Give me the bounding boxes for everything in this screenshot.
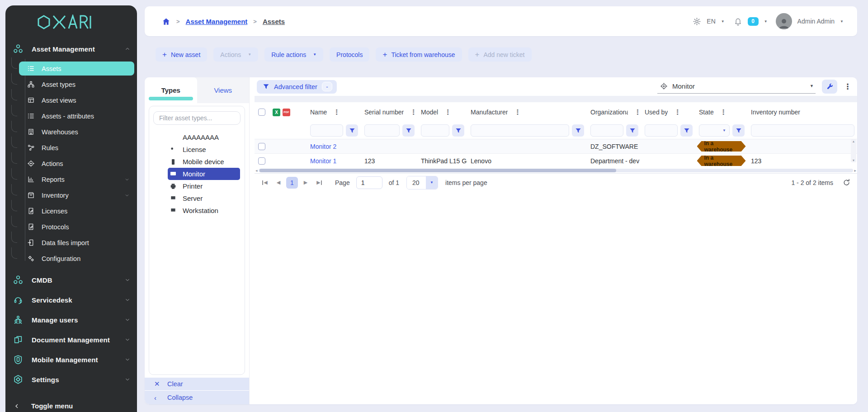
tab-types[interactable]: Types (145, 77, 197, 103)
chevron-down-icon[interactable] (124, 277, 131, 283)
sidebar-item-reports[interactable]: Reports (19, 172, 134, 186)
chevron-down-icon[interactable] (124, 177, 130, 182)
export-pdf-icon[interactable]: PDF (283, 109, 290, 116)
column-header-used-by[interactable]: Used by⋮ (641, 108, 695, 116)
advanced-filter-button[interactable]: Advanced filter - (257, 80, 337, 94)
model-filter-button[interactable] (452, 124, 464, 137)
sidebar-item-data-files-import[interactable]: Data files import (19, 236, 134, 250)
tree-item-aaaaaaaa[interactable]: AAAAAAAA (168, 131, 240, 143)
chevron-up-icon[interactable] (124, 46, 131, 52)
horizontal-scrollbar[interactable]: ◂ ▸ (255, 168, 857, 173)
column-menu-icon[interactable]: ⋮ (514, 108, 521, 116)
column-header-inventory-number[interactable]: Inventory number (747, 109, 857, 116)
state-filter-button[interactable] (732, 124, 745, 137)
row-checkbox[interactable] (258, 143, 265, 150)
org-filter-input[interactable] (590, 124, 623, 137)
sidebar-item-settings[interactable]: Settings (5, 369, 137, 389)
name-filter-input[interactable] (310, 124, 343, 137)
sidebar-item-asset-types[interactable]: Asset types (19, 77, 134, 91)
tree-item-server[interactable]: Server (168, 192, 240, 204)
first-page-button[interactable]: ◀ (259, 177, 271, 189)
sidebar-item-inventory[interactable]: Inventory (19, 188, 134, 202)
rule-actions-dropdown-button[interactable]: Rule actions ▼ (264, 47, 323, 62)
user-menu[interactable]: Admin Admin (797, 18, 835, 25)
page-size-select[interactable]: 20 ▼ (406, 176, 438, 189)
serial-filter-input[interactable] (364, 124, 400, 137)
inventory-filter-input[interactable] (751, 124, 854, 137)
column-header-organizational-structure[interactable]: Organizational stru...⋮ (587, 108, 641, 116)
name-filter-button[interactable] (346, 124, 358, 137)
scroll-up-icon[interactable]: ▲ (852, 140, 855, 143)
manufacturer-filter-input[interactable] (471, 124, 569, 137)
chevron-down-icon[interactable]: ▼ (840, 19, 844, 24)
scrollbar-thumb[interactable] (259, 169, 617, 172)
column-menu-icon[interactable]: ⋮ (444, 108, 451, 116)
sidebar-item-assets[interactable]: Assets (19, 62, 134, 76)
column-header-state[interactable]: State⋮ (695, 108, 747, 116)
column-menu-icon[interactable]: ⋮ (674, 108, 681, 116)
last-page-button[interactable]: ▶ (313, 177, 325, 189)
scroll-down-icon[interactable]: ▼ (852, 159, 855, 162)
sidebar-item-licenses[interactable]: Licenses (19, 204, 134, 218)
toggle-menu-button[interactable]: Toggle menu (13, 402, 73, 410)
scroll-left-icon[interactable]: ◂ (255, 168, 258, 173)
chevron-down-icon[interactable] (124, 317, 131, 323)
notification-count-badge[interactable]: 0 (748, 17, 759, 26)
scrollbar-track[interactable] (259, 169, 854, 172)
avatar[interactable] (776, 13, 792, 29)
column-menu-icon[interactable]: ⋮ (634, 108, 641, 116)
chevron-down-icon[interactable] (124, 193, 130, 198)
tree-item-printer[interactable]: Printer (168, 180, 240, 192)
bell-icon[interactable] (734, 17, 742, 26)
state-filter-dropdown[interactable]: ▼ (699, 124, 730, 137)
sidebar-item-warehouses[interactable]: Warehouses (19, 125, 134, 139)
manufacturer-filter-button[interactable] (572, 124, 584, 137)
asset-link[interactable]: Monitor 1 (310, 157, 336, 165)
used-by-filter-input[interactable] (645, 124, 678, 137)
breadcrumb-assets[interactable]: Assets (263, 18, 285, 25)
protocols-button[interactable]: Protocols (330, 47, 369, 62)
collapse-button[interactable]: ‹ Collapse (145, 391, 249, 404)
sidebar-item-rules[interactable]: Rules (19, 141, 134, 155)
breadcrumb-asset-management[interactable]: Asset Management (186, 18, 248, 25)
sidebar-item-document-management[interactable]: Document Management (5, 330, 137, 350)
ticket-from-warehouse-button[interactable]: + Ticket from warehouse (376, 47, 462, 62)
chevron-down-icon[interactable]: ▼ (721, 19, 725, 24)
tree-item-mobile-device[interactable]: Mobile device (168, 156, 240, 168)
grid-settings-wrench-button[interactable] (822, 80, 837, 94)
select-all-checkbox[interactable] (258, 109, 265, 116)
used-by-filter-button[interactable] (680, 124, 693, 137)
model-filter-input[interactable] (421, 124, 449, 137)
column-header-manufacturer[interactable]: Manufacturer⋮ (467, 108, 587, 116)
table-row[interactable]: Monitor 1 123 ThinkPad L15 Gen 3 Lenovo … (255, 153, 857, 168)
new-asset-button[interactable]: + New asset (156, 47, 207, 62)
column-menu-icon[interactable]: ⋮ (410, 108, 417, 116)
chevron-down-icon[interactable]: ▼ (764, 19, 768, 24)
language-selector[interactable]: EN (707, 18, 715, 25)
asset-link[interactable]: Monitor 2 (310, 143, 336, 150)
sidebar-item-configuration[interactable]: Configuration (19, 251, 134, 265)
column-menu-icon[interactable]: ⋮ (333, 108, 340, 116)
column-header-serial[interactable]: Serial number⋮ (361, 108, 417, 116)
tab-views[interactable]: Views (197, 77, 250, 103)
chevron-down-icon[interactable] (124, 297, 131, 303)
chevron-down-icon[interactable] (124, 336, 131, 343)
previous-page-button[interactable]: ◀ (273, 177, 284, 189)
row-checkbox[interactable] (258, 157, 265, 165)
column-menu-icon[interactable]: ⋮ (720, 108, 727, 116)
tree-item-workstation[interactable]: Workstation (168, 204, 240, 217)
sidebar-item-mobile-management[interactable]: Mobile Management (5, 350, 137, 369)
sidebar-item-manage-users[interactable]: Manage users (5, 310, 137, 330)
sidebar-item-assets-attributes[interactable]: Assets - attributes (19, 109, 134, 123)
page-1-button[interactable]: 1 (286, 177, 298, 189)
actions-dropdown-button[interactable]: Actions ▼ (213, 47, 258, 62)
clear-button[interactable]: ✕ Clear (145, 378, 249, 390)
tree-item-monitor[interactable]: Monitor (168, 168, 240, 180)
column-header-model[interactable]: Model⋮ (417, 108, 467, 116)
tree-item-license[interactable]: License (168, 143, 240, 156)
filter-asset-types-input[interactable] (153, 111, 241, 125)
serial-filter-button[interactable] (402, 124, 415, 137)
add-new-ticket-button[interactable]: + Add new ticket (468, 47, 532, 62)
page-number-input[interactable] (356, 176, 382, 189)
vertical-scrollbar[interactable]: ▲ ▼ (851, 139, 856, 162)
